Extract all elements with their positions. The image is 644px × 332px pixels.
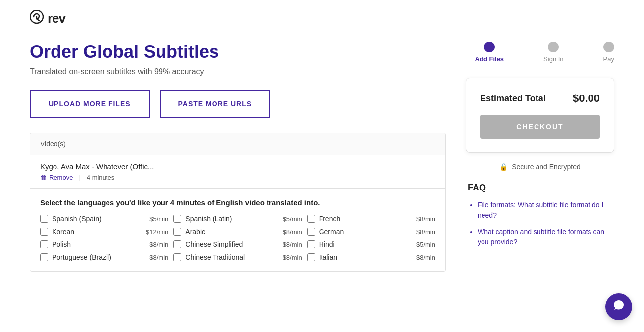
lang-price: $8/min	[149, 241, 168, 248]
step-add-files: Add Files	[475, 42, 504, 63]
lang-name: Spanish (Spain)	[52, 215, 102, 223]
lang-price: $8/min	[283, 228, 302, 236]
step-label-sign-in: Sign In	[543, 55, 563, 63]
lang-checkbox-4[interactable]	[173, 228, 181, 236]
lang-item: Italian $8/min	[307, 253, 435, 261]
step-sign-in: Sign In	[543, 42, 563, 63]
order-summary: Estimated Total $0.00 CHECKOUT	[466, 78, 614, 153]
step-connector-2	[564, 47, 603, 47]
lang-item: Arabic $8/min	[173, 228, 302, 236]
lang-checkbox-10[interactable]	[173, 253, 181, 261]
lang-checkbox-11[interactable]	[307, 253, 315, 261]
lang-price: $8/min	[416, 254, 435, 261]
faq-section: FAQ File formats: What subtitle file for…	[466, 183, 614, 247]
upload-more-files-button[interactable]: UPLOAD MORE FILES	[30, 90, 150, 118]
lang-checkbox-9[interactable]	[40, 253, 48, 261]
video-duration: 4 minutes	[87, 174, 114, 181]
lang-name: Portuguese (Brazil)	[52, 253, 111, 261]
lang-name: Spanish (Latin)	[185, 215, 232, 223]
lang-checkbox-8[interactable]	[307, 240, 315, 248]
steps-progress: Add Files Sign In Pay	[466, 42, 614, 63]
video-title: Kygo, Ava Max - Whatever (Offic...	[40, 162, 435, 171]
language-grid: Spanish (Spain) $5/min Spanish (Latin) $…	[40, 215, 435, 261]
lang-item: Korean $12/min	[40, 228, 168, 236]
video-table-header: Video(s)	[30, 133, 445, 155]
lang-price: $8/min	[416, 228, 435, 236]
lang-price: $5/min	[149, 215, 168, 223]
estimated-label: Estimated Total	[480, 94, 546, 104]
remove-button[interactable]: 🗑 Remove	[40, 174, 73, 181]
faq-item-1[interactable]: What caption and subtitle file formats c…	[478, 227, 612, 247]
logo-text: rev	[48, 11, 65, 26]
step-circle-sign-in	[548, 42, 559, 52]
faq-item-0[interactable]: File formats: What subtitle file format …	[478, 200, 612, 221]
lang-item: Hindi $5/min	[307, 240, 435, 248]
video-row: Kygo, Ava Max - Whatever (Offic... 🗑 Rem…	[30, 155, 445, 189]
step-connector-1	[504, 47, 543, 47]
lang-name: Korean	[52, 228, 74, 236]
lang-checkbox-2[interactable]	[307, 215, 315, 223]
video-table: Video(s) Kygo, Ava Max - Whatever (Offic…	[30, 133, 446, 272]
lang-item: Spanish (Latin) $5/min	[173, 215, 302, 223]
svg-line-1	[37, 19, 39, 21]
step-label-add-files: Add Files	[475, 55, 504, 63]
lang-checkbox-3[interactable]	[40, 228, 48, 236]
lang-name: Chinese Simplified	[185, 240, 243, 248]
lang-item: Polish $8/min	[40, 240, 168, 248]
lang-item: Spanish (Spain) $5/min	[40, 215, 168, 223]
trash-icon: 🗑	[40, 174, 47, 181]
language-selection: Select the languages you'd like your 4 m…	[30, 189, 445, 271]
paste-more-urls-button[interactable]: PASTE MORE URLS	[160, 90, 271, 118]
step-pay: Pay	[603, 42, 614, 63]
lang-name: Polish	[52, 240, 71, 248]
lock-icon: 🔒	[499, 163, 508, 171]
upload-buttons-area: UPLOAD MORE FILES PASTE MORE URLS	[30, 90, 446, 118]
lang-price: $5/min	[416, 241, 435, 248]
lang-item: Portuguese (Brazil) $8/min	[40, 253, 168, 261]
lang-checkbox-7[interactable]	[173, 240, 181, 248]
lang-name: Arabic	[185, 228, 205, 236]
lang-price: $5/min	[283, 215, 302, 223]
lang-price: $8/min	[416, 215, 435, 223]
logo-icon	[30, 10, 44, 27]
meta-divider: |	[79, 174, 80, 181]
lang-item: Chinese Traditional $8/min	[173, 253, 302, 261]
lang-price: $8/min	[149, 254, 168, 261]
lang-price: $8/min	[283, 241, 302, 248]
lang-checkbox-0[interactable]	[40, 215, 48, 223]
secure-text: Secure and Encrypted	[512, 163, 581, 171]
estimated-amount: $0.00	[573, 92, 600, 105]
checkout-button[interactable]: CHECKOUT	[480, 115, 600, 139]
lang-checkbox-5[interactable]	[307, 228, 315, 236]
lang-checkbox-1[interactable]	[173, 215, 181, 223]
step-circle-pay	[603, 42, 614, 52]
lang-item: German $8/min	[307, 228, 435, 236]
lang-name: Italian	[319, 253, 337, 261]
lang-item: French $8/min	[307, 215, 435, 223]
faq-title: FAQ	[468, 183, 612, 193]
lang-price: $8/min	[283, 254, 302, 261]
estimated-total-row: Estimated Total $0.00	[480, 92, 600, 105]
lang-checkbox-6[interactable]	[40, 240, 48, 248]
lang-name: Hindi	[319, 240, 335, 248]
lang-item: Chinese Simplified $8/min	[173, 240, 302, 248]
step-circle-add-files	[484, 42, 495, 52]
lang-price: $12/min	[146, 228, 168, 236]
page-title: Order Global Subtitles	[30, 42, 446, 62]
lang-prompt: Select the languages you'd like your 4 m…	[40, 198, 435, 207]
logo: rev	[30, 10, 614, 27]
lang-name: French	[319, 215, 341, 223]
video-meta: 🗑 Remove | 4 minutes	[40, 174, 435, 181]
faq-list: File formats: What subtitle file format …	[468, 200, 612, 247]
lang-name: German	[319, 228, 344, 236]
lang-name: Chinese Traditional	[185, 253, 245, 261]
secure-badge: 🔒 Secure and Encrypted	[466, 163, 614, 171]
step-label-pay: Pay	[603, 55, 614, 63]
page-subtitle: Translated on-screen subtitles with 99% …	[30, 67, 446, 76]
